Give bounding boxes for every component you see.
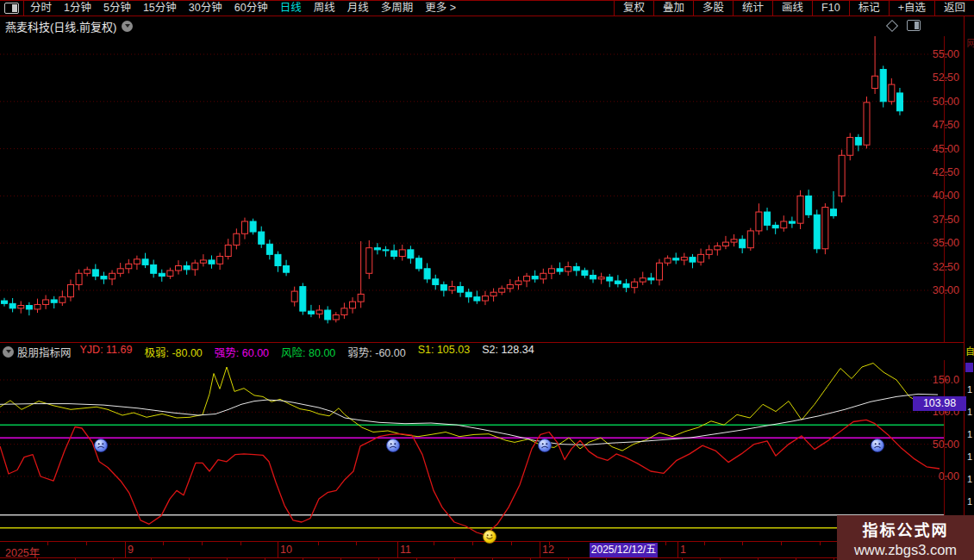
candle (51, 296, 57, 308)
candle (117, 263, 123, 277)
month-separator (397, 542, 398, 557)
svg-text:30.00: 30.00 (933, 284, 959, 296)
candle (440, 282, 446, 297)
month-separator (278, 542, 278, 557)
candle (458, 282, 464, 297)
candle (822, 203, 828, 254)
layout-toggle-button[interactable] (0, 1, 24, 16)
watermark-site-name: 指标公式网 (863, 518, 949, 540)
title-dropdown-icon[interactable] (122, 21, 133, 32)
toolbar-actions: 复权叠加多股统计画线F10标记+自选返回 (614, 1, 974, 16)
year-label: 2025年 (5, 544, 40, 560)
candle (101, 272, 107, 284)
toolbar-button-叠加[interactable]: 叠加 (653, 1, 693, 16)
tab-15分钟[interactable]: 15分钟 (137, 1, 183, 16)
candle (880, 65, 886, 107)
candle (731, 234, 737, 246)
candlestick-chart[interactable]: 55.0052.5050.0047.5045.0042.5040.0037.50… (0, 36, 964, 342)
candle (772, 222, 778, 234)
tab-周线[interactable]: 周线 (308, 1, 341, 16)
candle (192, 259, 198, 276)
candle (325, 306, 331, 323)
candle (598, 273, 604, 284)
candle (747, 228, 753, 251)
toolbar-button-复权[interactable]: 复权 (614, 1, 653, 16)
toolbar-button-多股[interactable]: 多股 (693, 1, 733, 16)
candle (308, 305, 314, 317)
tab-更多 >[interactable]: 更多 > (419, 1, 462, 16)
month-label-10: 10 (280, 544, 292, 556)
month-label-9: 9 (128, 544, 134, 556)
candle (366, 240, 372, 279)
candle (582, 268, 588, 278)
tab-5分钟[interactable]: 5分钟 (97, 1, 137, 16)
candle (806, 190, 812, 218)
tab-月线[interactable]: 月线 (341, 1, 375, 16)
indicator-values: YJD: 11.69极弱: -80.00强势: 60.00风险: 80.00弱势… (80, 344, 546, 360)
svg-text:42.50: 42.50 (933, 166, 959, 178)
candle (374, 243, 380, 254)
tab-1分钟[interactable]: 1分钟 (58, 1, 97, 16)
watermark-url: www.zbgs3.com (854, 542, 957, 558)
candle (134, 256, 140, 270)
candle (200, 254, 206, 266)
candle (855, 134, 861, 152)
smiley-face-marker (483, 530, 496, 544)
candle (176, 260, 182, 274)
candle (615, 275, 621, 287)
toolbar-button-F10[interactable]: F10 (812, 1, 849, 16)
right-strip-digit: 1 (967, 496, 972, 507)
tab-多周期[interactable]: 多周期 (375, 1, 420, 16)
stock-app-window: 分时1分钟5分钟15分钟30分钟60分钟日线周线月线多周期更多 > 复权叠加多股… (0, 0, 974, 560)
indicator-field: 强势: 60.00 (215, 344, 269, 360)
tab-分时[interactable]: 分时 (24, 1, 58, 16)
candle (765, 208, 771, 230)
candle (2, 298, 8, 307)
candle (632, 278, 638, 294)
top-toolbar: 分时1分钟5分钟15分钟30分钟60分钟日线周线月线多周期更多 > 复权叠加多股… (0, 0, 974, 16)
candle (126, 259, 132, 273)
indicator-chart[interactable]: 150.0100.050.000.00 (0, 360, 964, 541)
time-axis[interactable]: 2025年 91011121 2025/12/12/五 (0, 541, 974, 558)
panel-toggle-icon[interactable] (907, 20, 921, 31)
svg-text:50.00: 50.00 (933, 439, 959, 451)
svg-text:37.50: 37.50 (933, 214, 959, 226)
date-badge: 2025/12/12/五 (590, 543, 658, 557)
indicator-field: S1: 105.03 (418, 344, 470, 360)
candle (540, 269, 546, 284)
svg-text:50.00: 50.00 (933, 96, 959, 108)
tab-30分钟[interactable]: 30分钟 (183, 1, 228, 16)
candle (698, 249, 704, 266)
indicator-collapse-icon[interactable] (3, 346, 14, 358)
candle (399, 245, 405, 261)
diamond-icon[interactable] (886, 19, 898, 31)
candle (507, 279, 513, 292)
candle (358, 241, 364, 308)
svg-text:45.00: 45.00 (933, 143, 959, 155)
indicator-field: 极弱: -80.00 (144, 344, 202, 360)
candle (275, 252, 281, 272)
candle (416, 255, 422, 271)
tab-日线[interactable]: 日线 (274, 1, 308, 16)
candle (84, 267, 91, 277)
toolbar-button-画线[interactable]: 画线 (772, 1, 812, 16)
sad-face-marker (538, 439, 552, 452)
toolbar-button-返回[interactable]: 返回 (934, 1, 974, 16)
toolbar-button-统计[interactable]: 统计 (733, 1, 772, 16)
candle (424, 263, 430, 283)
candle (465, 289, 471, 302)
month-separator (540, 542, 540, 557)
candle (831, 191, 837, 219)
candle (184, 261, 190, 274)
month-separator (677, 542, 678, 557)
candle (781, 215, 787, 232)
candle (284, 260, 290, 277)
sad-face-marker (871, 439, 884, 452)
candle (350, 297, 356, 314)
indicator-field: 弱势: -60.00 (347, 344, 405, 360)
toolbar-button-+自选[interactable]: +自选 (889, 1, 934, 16)
tab-60分钟[interactable]: 60分钟 (228, 1, 274, 16)
candle (756, 203, 762, 234)
toolbar-button-标记[interactable]: 标记 (849, 1, 889, 16)
candle (889, 78, 895, 105)
